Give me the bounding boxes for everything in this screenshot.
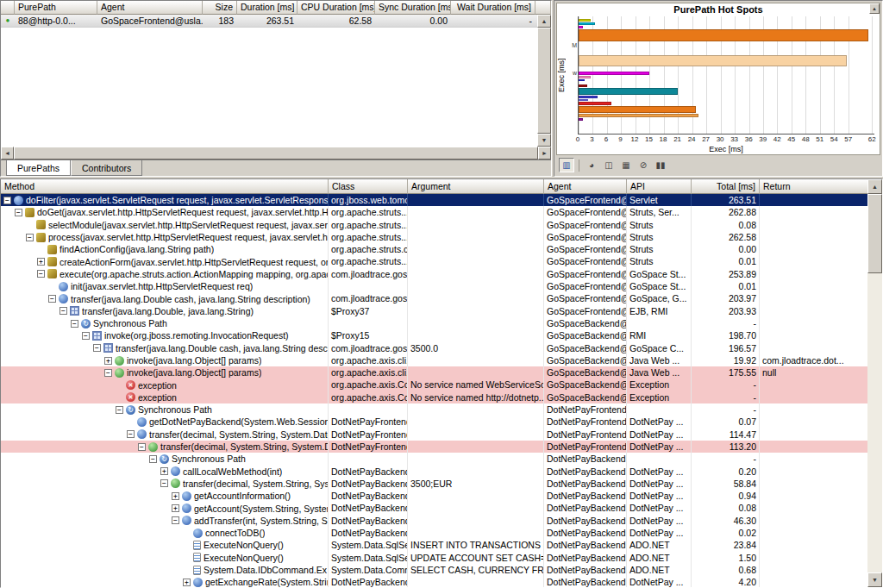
column-header-return[interactable]: Return bbox=[760, 179, 867, 194]
tree-row[interactable]: System.Data.IDbCommand.ExSystem.Data.Com… bbox=[1, 564, 867, 576]
tree-row[interactable]: +callLocalWebMethod(int)DotNetPayBackend… bbox=[1, 466, 867, 478]
percent-view-icon[interactable]: ◫ bbox=[601, 158, 617, 172]
tree-row[interactable]: −doGet(javax.servlet.http.HttpServletReq… bbox=[1, 206, 867, 218]
tree-row[interactable]: init(javax.servlet.http.HttpServletReque… bbox=[1, 280, 867, 292]
collapse-icon[interactable]: − bbox=[3, 197, 11, 204]
chart-scroll-up-button[interactable]: ▲ bbox=[869, 3, 880, 14]
tree-row[interactable]: −Synchronous PathDotNetPayFrontend...- bbox=[1, 403, 867, 416]
column-header-status[interactable] bbox=[1, 1, 15, 15]
hotspot-bar[interactable] bbox=[579, 96, 598, 98]
hotspot-bar[interactable] bbox=[579, 84, 587, 87]
hotspot-bar[interactable] bbox=[579, 79, 585, 81]
tree-row[interactable]: −Synchronous PathGoSpaceBackend@...- bbox=[1, 317, 867, 329]
table-view-icon[interactable]: ▦ bbox=[618, 158, 634, 172]
tree-row[interactable]: −transfer(decimal, System.String, System… bbox=[1, 441, 867, 453]
tree-row[interactable]: −transfer(decimal, System.String, SystDo… bbox=[1, 478, 867, 490]
hotspot-bar[interactable] bbox=[579, 114, 698, 117]
collapse-icon[interactable]: − bbox=[59, 307, 67, 315]
column-header-argument[interactable]: Argument bbox=[408, 179, 544, 194]
calltree-vertical-scrollbar[interactable]: ▲ ▼ bbox=[867, 179, 882, 587]
hotspot-bar[interactable] bbox=[579, 26, 583, 28]
tree-row[interactable]: selectModule(javax.servlet.http.HttpServ… bbox=[1, 219, 867, 231]
collapse-icon[interactable]: − bbox=[37, 270, 45, 278]
scrollbar-thumb[interactable] bbox=[537, 28, 551, 134]
purepaths-vertical-scrollbar[interactable]: ▲ ▼ bbox=[537, 15, 551, 147]
hotspot-bar[interactable] bbox=[579, 99, 588, 101]
tree-row[interactable]: −transfer(java.lang.Double cash, java.la… bbox=[1, 292, 867, 304]
pause-icon[interactable]: ▮▮ bbox=[653, 158, 668, 172]
column-header-api[interactable]: API bbox=[627, 179, 692, 194]
column-header-agent[interactable]: Agent bbox=[97, 1, 203, 15]
tree-row[interactable]: +createActionForm(javax.servlet.http.Htt… bbox=[1, 255, 867, 267]
expand-icon[interactable]: + bbox=[172, 504, 179, 512]
collapse-icon[interactable]: − bbox=[71, 320, 78, 328]
bar-chart-icon[interactable]: ▥ bbox=[559, 158, 574, 172]
tree-row[interactable]: −execute(org.apache.struts.action.Action… bbox=[1, 268, 867, 280]
column-header-class[interactable]: Class bbox=[329, 179, 408, 194]
tree-row[interactable]: −Synchronous PathDotNetPayBackend...- bbox=[1, 453, 867, 465]
tree-row[interactable]: ExecuteNonQuery()System.Data.SqlSer...IN… bbox=[1, 539, 867, 551]
scroll-down-icon[interactable]: ▼ bbox=[867, 572, 882, 587]
hotspot-bar[interactable] bbox=[579, 102, 611, 105]
scrollbar-track[interactable] bbox=[867, 273, 882, 572]
scroll-left-icon[interactable]: ◄ bbox=[1, 147, 14, 160]
scroll-right-icon[interactable]: ► bbox=[538, 147, 551, 160]
collapse-icon[interactable]: − bbox=[93, 344, 101, 352]
exclude-icon[interactable]: ⊘ bbox=[636, 158, 651, 172]
column-header-wait-duration[interactable]: Wait Duration [ms] bbox=[451, 1, 535, 15]
tree-row[interactable]: connectToDB()DotNetPayBackend...DotNetPa… bbox=[1, 527, 867, 539]
expand-icon[interactable]: + bbox=[160, 467, 168, 475]
column-header-agent[interactable]: Agent bbox=[544, 179, 627, 194]
collapse-icon[interactable]: − bbox=[149, 455, 157, 463]
tree-row[interactable]: exceptionorg.apache.axis.Co...No service… bbox=[1, 378, 867, 391]
tree-row[interactable]: getDotNetPayBackend(System.Web.SessionSt… bbox=[1, 416, 867, 428]
collapse-icon[interactable]: − bbox=[15, 209, 22, 216]
hotspot-bar[interactable] bbox=[579, 106, 696, 113]
tree-row[interactable]: −transfer(java.lang.Double, java.lang.St… bbox=[1, 305, 867, 317]
scrollbar-thumb[interactable] bbox=[867, 194, 882, 273]
tab-contributors[interactable]: Contributors bbox=[71, 160, 142, 176]
tree-row[interactable]: +invoke(java.lang.Object[] params)org.ap… bbox=[1, 354, 867, 366]
tab-purepaths[interactable]: PurePaths bbox=[6, 160, 71, 176]
collapse-icon[interactable]: − bbox=[104, 369, 112, 377]
column-header-cpu-duration[interactable]: CPU Duration [ms] bbox=[297, 1, 375, 15]
collapse-icon[interactable]: − bbox=[160, 479, 168, 487]
tree-row[interactable]: +getExchangeRate(System.StrirDotNetPayBa… bbox=[1, 576, 867, 587]
hotspot-bar[interactable] bbox=[579, 19, 591, 22]
column-header-method[interactable]: Method bbox=[1, 179, 329, 194]
legend-icon[interactable]: ◕ bbox=[584, 158, 599, 172]
scrollbar-thumb[interactable] bbox=[14, 147, 538, 160]
scroll-down-icon[interactable]: ▼ bbox=[537, 134, 551, 147]
tree-row[interactable]: +getAccountInformation()DotNetPayBackend… bbox=[1, 490, 867, 502]
expand-icon[interactable]: + bbox=[183, 579, 191, 586]
collapse-icon[interactable]: − bbox=[48, 295, 56, 303]
tree-row[interactable]: −invoke(java.lang.Object[] params)org.ap… bbox=[1, 366, 867, 378]
tree-row[interactable]: exceptionorg.apache.axis.Co...No service… bbox=[1, 391, 867, 403]
hotspot-bar[interactable] bbox=[579, 88, 678, 95]
tree-row[interactable]: −process(javax.servlet.http.HttpServletR… bbox=[1, 231, 867, 243]
tree-row[interactable]: ExecuteNonQuery()System.Data.SqlSer...UP… bbox=[1, 552, 867, 564]
hotspot-bar[interactable] bbox=[579, 22, 595, 25]
hotspot-bar[interactable] bbox=[579, 76, 591, 78]
collapse-icon[interactable]: − bbox=[82, 332, 90, 340]
purepath-row[interactable]: ● 88@http-0.0... GoSpaceFrontend@usla...… bbox=[1, 15, 537, 28]
column-header-size[interactable]: Size bbox=[203, 1, 237, 15]
column-header-duration[interactable]: Duration [ms] bbox=[237, 1, 297, 15]
expand-icon[interactable]: + bbox=[104, 357, 112, 365]
tree-row[interactable]: −transfer(java.lang.Double cash, java.la… bbox=[1, 342, 867, 354]
purepaths-horizontal-scrollbar[interactable]: ◄ ► bbox=[1, 147, 551, 160]
tree-row[interactable]: −addTransfer(int, System.String, SDotNet… bbox=[1, 515, 867, 527]
scroll-up-icon[interactable]: ▲ bbox=[537, 15, 551, 28]
hotspot-bar[interactable] bbox=[579, 55, 847, 66]
hotspot-bar[interactable] bbox=[579, 29, 868, 41]
hotspot-bar[interactable] bbox=[579, 72, 649, 75]
collapse-icon[interactable]: − bbox=[127, 430, 135, 438]
scroll-up-icon[interactable]: ▲ bbox=[867, 179, 882, 194]
column-header-total[interactable]: Total [ms] bbox=[692, 179, 760, 194]
hotspot-bar[interactable] bbox=[579, 118, 583, 121]
tree-row[interactable]: +getAccount(System.String, SystemDotNetP… bbox=[1, 502, 867, 514]
column-header-sync-duration[interactable]: Sync Duration [ms] bbox=[375, 1, 451, 15]
tree-row[interactable]: −invoke(org.jboss.remoting.InvocationReq… bbox=[1, 329, 867, 341]
tree-row[interactable]: findActionConfig(java.lang.String path)o… bbox=[1, 243, 867, 255]
column-header-purepath[interactable]: PurePath bbox=[15, 1, 97, 15]
